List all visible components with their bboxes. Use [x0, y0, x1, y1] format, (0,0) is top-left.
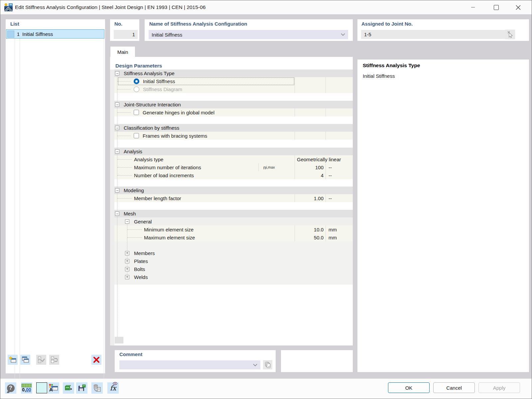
check-all-button[interactable]: [36, 355, 46, 365]
export-config-button[interactable]: [63, 382, 74, 394]
pick-joints-button[interactable]: [505, 30, 515, 39]
row-mesh-plates[interactable]: + Plates: [114, 257, 353, 265]
radio-stiffness-diagram[interactable]: [134, 86, 139, 92]
branch-label: Bolts: [134, 266, 145, 272]
row-generate-hinges[interactable]: Generate hinges in global model: [114, 108, 353, 116]
checkbox-frames-bracing[interactable]: [134, 133, 139, 138]
minus-glyph: −: [116, 103, 118, 106]
param-value[interactable]: 10.0: [295, 225, 326, 233]
new-item-button[interactable]: [8, 355, 18, 365]
collapse-box[interactable]: −: [115, 211, 119, 216]
save-config-button[interactable]: [76, 382, 87, 394]
invert-check-button[interactable]: [49, 355, 59, 365]
row-member-length-factor[interactable]: Member length factor 1.00 --: [114, 194, 353, 202]
apply-button[interactable]: Apply: [478, 382, 520, 393]
tree-stub: [117, 136, 131, 136]
checkbox-generate-hinges[interactable]: [134, 110, 139, 115]
background-color-swatch[interactable]: [36, 382, 47, 393]
collapse-box[interactable]: −: [115, 71, 119, 75]
database-settings-button[interactable]: [91, 382, 103, 394]
subsection-title: General: [134, 219, 152, 224]
speech-tail: [6, 391, 10, 393]
row-frames-bracing[interactable]: Frames with bracing systems: [114, 132, 353, 140]
collapse-box[interactable]: −: [115, 102, 119, 107]
collapse-box[interactable]: −: [115, 126, 119, 130]
units-settings-button[interactable]: 0,00: [21, 382, 32, 394]
bottom-bar: ? 0,00 A: [0, 378, 532, 399]
new-window-icon: [9, 356, 17, 363]
plus-glyph: +: [126, 251, 128, 255]
cancel-button[interactable]: Cancel: [433, 382, 475, 393]
section-analysis[interactable]: − Analysis: [114, 148, 353, 155]
minus-glyph: −: [116, 212, 118, 215]
collapse-box[interactable]: −: [115, 149, 119, 154]
ok-label: OK: [405, 385, 413, 391]
formula-icon: fx: [110, 384, 116, 392]
tab-main[interactable]: Main: [110, 46, 135, 58]
section-mesh[interactable]: − Mesh: [114, 210, 353, 217]
row-analysis-type[interactable]: Analysis type Geometrically linear: [114, 155, 353, 163]
expand-box[interactable]: +: [125, 275, 129, 279]
formula-button[interactable]: fx: [107, 382, 119, 394]
expand-box[interactable]: +: [125, 251, 129, 255]
comment-dropdown[interactable]: [119, 360, 260, 369]
list-column-line: [15, 29, 15, 380]
ok-button[interactable]: OK: [388, 382, 430, 393]
help-button[interactable]: ?: [5, 382, 16, 394]
design-parameters-grid: Design Parameters − Stiffness Analysis T…: [110, 57, 353, 345]
chevron-down-icon: [341, 33, 345, 36]
row-mesh-members[interactable]: + Members: [114, 249, 353, 257]
symbol-base: n: [263, 165, 266, 170]
copy-item-button[interactable]: [20, 355, 30, 365]
assigned-field[interactable]: 1-5: [361, 30, 505, 39]
param-value[interactable]: Geometrically linear: [295, 155, 353, 163]
save-icon: [78, 384, 86, 392]
plus-glyph: +: [126, 259, 128, 263]
expand-box[interactable]: +: [125, 259, 129, 263]
delete-item-button[interactable]: [91, 355, 101, 365]
branch-label: Plates: [134, 258, 148, 264]
row-mesh-welds[interactable]: + Welds: [114, 273, 353, 281]
expand-box[interactable]: +: [125, 267, 129, 271]
row-initial-stiffness[interactable]: Initial Stiffness: [114, 77, 353, 85]
row-load-increments[interactable]: Number of load increments 4 --: [114, 171, 353, 179]
grid-bottom-cap: [115, 337, 123, 343]
list-label: List: [10, 21, 19, 27]
row-max-element-size[interactable]: Maximum element size 50.0 mm: [114, 233, 353, 241]
param-unit: mm: [326, 225, 353, 233]
display-properties-button[interactable]: A: [48, 382, 59, 394]
branch-label: Welds: [134, 274, 148, 280]
param-label: Number of load increments: [134, 173, 194, 178]
copy-windows-icon: [21, 356, 29, 363]
section-modeling[interactable]: − Modeling: [114, 187, 353, 194]
param-value[interactable]: 4: [295, 171, 326, 179]
info-panel-title: Stiffness Analysis Type: [363, 63, 420, 68]
section-classification[interactable]: − Classification by stiffness: [114, 124, 353, 132]
row-min-element-size[interactable]: Minimum element size 10.0 mm: [114, 225, 353, 233]
row-stiffness-diagram[interactable]: Stiffness Diagram: [114, 85, 353, 93]
param-value[interactable]: 1.00: [295, 194, 326, 202]
close-button[interactable]: [510, 0, 526, 14]
minimize-button[interactable]: [465, 0, 480, 14]
section-interaction[interactable]: − Joint-Structure Interaction: [114, 101, 353, 108]
comment-templates-button[interactable]: [263, 360, 272, 369]
row-max-iterations[interactable]: Maximum number of iterations ni,max 100 …: [114, 163, 353, 171]
collapse-box[interactable]: −: [125, 219, 129, 224]
param-value[interactable]: 50.0: [295, 233, 326, 241]
minimize-icon: [471, 7, 475, 8]
param-value[interactable]: 100: [295, 163, 326, 171]
tree-stub: [127, 237, 142, 238]
unit-text: --: [329, 173, 332, 178]
name-dropdown[interactable]: Initial Siffness: [149, 30, 348, 39]
param-unit: mm: [326, 233, 353, 241]
subsection-general[interactable]: − General: [114, 217, 353, 225]
maximize-button[interactable]: [488, 0, 504, 14]
value-text: 10.0: [314, 227, 324, 232]
list-item-color-swatch: [7, 31, 14, 38]
checkbox-label: Frames with bracing systems: [143, 133, 207, 139]
collapse-box[interactable]: −: [115, 188, 119, 193]
list-item-selected[interactable]: 1 Initial Siffness: [6, 29, 104, 39]
radio-initial-stiffness[interactable]: [134, 78, 139, 84]
row-mesh-bolts[interactable]: + Bolts: [114, 265, 353, 273]
section-stiffness-type[interactable]: − Stiffness Analysis Type: [114, 69, 353, 77]
